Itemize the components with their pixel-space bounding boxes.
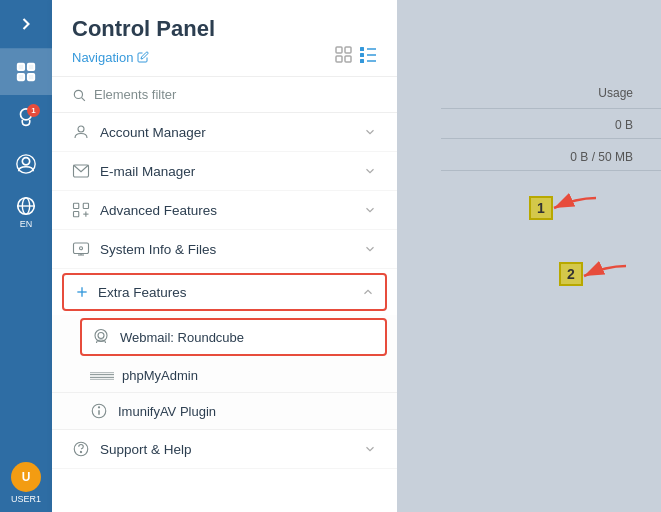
annotation-1: 1 [529, 196, 553, 220]
usage-row-2: 0 B / 50 MB [570, 150, 633, 164]
svg-rect-14 [360, 47, 364, 51]
svg-point-5 [22, 158, 29, 165]
sidebar-icons: 1 EN U USER1 [0, 0, 52, 512]
usage-header: Usage [598, 86, 633, 100]
svg-point-32 [80, 247, 83, 250]
divider-2 [441, 138, 661, 139]
sub-item-webmail[interactable]: Webmail: Roundcube [80, 318, 387, 356]
nav-item-email-manager[interactable]: E-mail Manager [52, 152, 397, 191]
control-panel: Control Panel Navigation [52, 0, 397, 512]
email-manager-chevron [363, 164, 377, 178]
apps-icon [15, 61, 37, 83]
svg-rect-15 [360, 53, 364, 57]
svg-point-45 [80, 451, 81, 452]
phpmyadmin-icon [90, 369, 114, 383]
svg-rect-1 [28, 64, 34, 70]
svg-rect-13 [345, 56, 351, 62]
account-manager-icon [72, 123, 90, 141]
system-info-icon [72, 240, 90, 258]
svg-rect-29 [74, 243, 89, 254]
avatar: U [11, 462, 41, 492]
account-manager-chevron [363, 125, 377, 139]
search-row: Elements filter [52, 77, 397, 113]
extra-features-subitems: Webmail: Roundcube phpMyAdmin ImunifyAV … [52, 315, 397, 430]
nav-item-advanced-features[interactable]: Advanced Features [52, 191, 397, 230]
grid-view-button[interactable] [335, 46, 353, 68]
svg-point-20 [74, 90, 82, 98]
account-manager-label: Account Manager [100, 125, 363, 140]
svg-line-21 [82, 97, 85, 100]
svg-rect-12 [336, 56, 342, 62]
annotation-2: 2 [559, 262, 583, 286]
page-title: Control Panel [72, 16, 377, 42]
system-info-label: System Info & Files [100, 242, 363, 257]
phpmyadmin-label: phpMyAdmin [122, 368, 198, 383]
system-info-chevron [363, 242, 377, 256]
svg-rect-10 [336, 47, 342, 53]
support-icon [72, 440, 90, 458]
sidebar-user1-button[interactable]: U USER1 [0, 454, 52, 512]
webmail-icon [92, 328, 110, 346]
sidebar-language-button[interactable]: EN [0, 187, 52, 237]
sub-item-imunifyav[interactable]: ImunifyAV Plugin [52, 393, 397, 430]
globe-icon [15, 195, 37, 217]
svg-rect-2 [18, 74, 24, 80]
extra-features-chevron [361, 285, 375, 299]
plus-icon [74, 284, 90, 300]
support-chevron [363, 442, 377, 456]
email-manager-icon [72, 162, 90, 180]
imunifyav-icon [90, 402, 108, 420]
arrow-right-icon [16, 14, 36, 34]
sidebar-collapse-button[interactable] [0, 0, 52, 49]
extra-features-label: Extra Features [98, 285, 361, 300]
view-toggle [335, 46, 377, 68]
sidebar-apps-button[interactable] [0, 49, 52, 95]
nav-item-extra-features[interactable]: Extra Features [62, 273, 387, 311]
email-manager-label: E-mail Manager [100, 164, 363, 179]
nav-label: Navigation [72, 50, 133, 65]
advanced-features-chevron [363, 203, 377, 217]
svg-rect-0 [18, 64, 24, 70]
divider-1 [441, 108, 661, 109]
panel-header: Control Panel Navigation [52, 0, 397, 77]
nav-item-system-info[interactable]: System Info & Files [52, 230, 397, 269]
svg-rect-26 [83, 203, 88, 208]
search-container[interactable]: Elements filter [72, 87, 377, 102]
divider-3 [441, 170, 661, 171]
svg-rect-11 [345, 47, 351, 53]
support-label: Support & Help [100, 442, 363, 457]
search-placeholder: Elements filter [94, 87, 176, 102]
user1-label: USER1 [11, 494, 41, 504]
sidebar-notification-button[interactable]: 1 [0, 95, 52, 141]
user-circle-icon [15, 153, 37, 175]
svg-point-22 [78, 126, 84, 132]
nav-item-account-manager[interactable]: Account Manager [52, 113, 397, 152]
arrow-1 [546, 190, 601, 226]
sub-item-phpmyadmin[interactable]: phpMyAdmin [52, 359, 397, 393]
webmail-label: Webmail: Roundcube [120, 330, 244, 345]
panel-nav-row: Navigation [72, 46, 377, 68]
advanced-features-icon [72, 201, 90, 219]
sidebar-user-button[interactable] [0, 141, 52, 187]
edit-icon [137, 51, 149, 63]
language-label: EN [20, 219, 33, 229]
svg-rect-25 [74, 212, 79, 217]
svg-rect-3 [28, 74, 34, 80]
svg-rect-24 [74, 203, 79, 208]
usage-row-1: 0 B [615, 118, 633, 132]
search-icon [72, 88, 86, 102]
list-view-button[interactable] [359, 46, 377, 68]
notification-badge: 1 [27, 104, 40, 117]
svg-rect-16 [360, 59, 364, 63]
nav-item-support[interactable]: Support & Help [52, 430, 397, 469]
content-area: Usage 0 B 0 B / 50 MB 1 2 [397, 0, 661, 512]
imunifyav-label: ImunifyAV Plugin [118, 404, 216, 419]
advanced-features-label: Advanced Features [100, 203, 363, 218]
svg-point-35 [98, 333, 104, 339]
arrow-2 [576, 258, 631, 294]
navigation-breadcrumb[interactable]: Navigation [72, 50, 149, 65]
